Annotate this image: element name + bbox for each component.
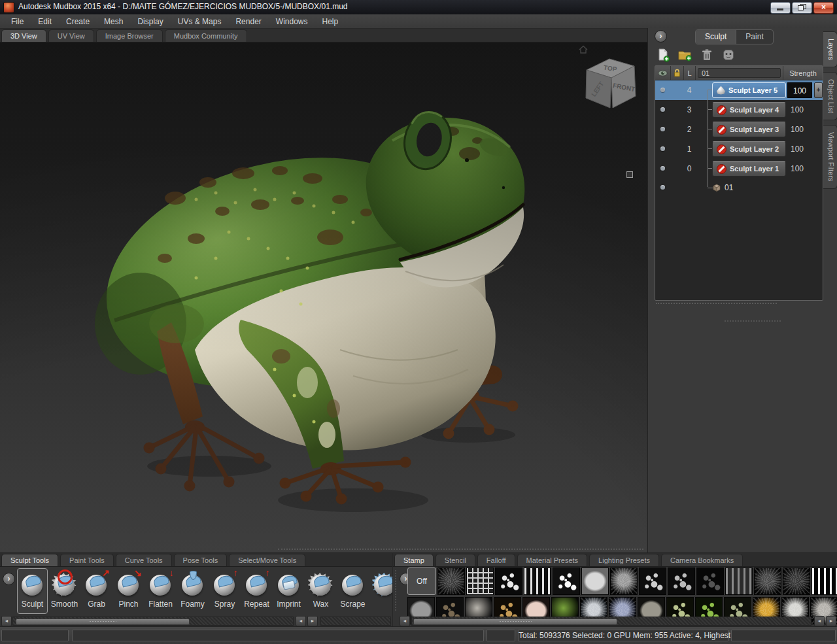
side-tab[interactable]: Viewport Filters bbox=[823, 125, 837, 189]
menu-item[interactable]: Display bbox=[130, 15, 170, 28]
layer-name-button[interactable]: Sculpt Layer 4 bbox=[712, 102, 786, 118]
scrollbar-thumb[interactable] bbox=[16, 619, 190, 625]
mask-button[interactable] bbox=[721, 48, 736, 62]
layer-visibility-dot[interactable] bbox=[660, 88, 665, 92]
menu-item[interactable]: Render bbox=[228, 15, 268, 28]
3d-viewport[interactable]: TOP LEFT FRONT bbox=[0, 42, 647, 552]
l-column-header[interactable]: L bbox=[684, 66, 696, 80]
tool-button[interactable]: ↑ Spray bbox=[209, 568, 240, 614]
tool-button[interactable] bbox=[369, 568, 392, 614]
layer-strength-value[interactable]: 100 bbox=[791, 159, 804, 178]
stamp-thumb[interactable] bbox=[639, 568, 666, 595]
side-tab[interactable]: Layers bbox=[823, 31, 837, 67]
scroll-left-arrow[interactable]: ◄ bbox=[1, 616, 12, 626]
group-name-header[interactable]: 01 bbox=[696, 66, 783, 80]
menu-item[interactable]: UVs & Maps bbox=[171, 15, 229, 28]
tool-button[interactable]: Wax bbox=[305, 568, 336, 614]
menu-item[interactable]: Mesh bbox=[97, 15, 130, 28]
stamp-thumb[interactable] bbox=[696, 568, 724, 595]
layer-name-button[interactable]: Sculpt Layer 3 bbox=[712, 122, 786, 137]
restore-button[interactable] bbox=[792, 2, 812, 14]
scrollbar-track[interactable] bbox=[12, 617, 294, 626]
delete-layer-button[interactable] bbox=[699, 48, 715, 62]
stamp-tray-tab[interactable]: Material Presets bbox=[517, 554, 587, 566]
stamp-thumb[interactable] bbox=[524, 568, 551, 595]
tray-divider-grip[interactable] bbox=[395, 570, 396, 611]
view-tab[interactable]: Mudbox Community bbox=[165, 29, 247, 42]
new-folder-button[interactable] bbox=[677, 48, 693, 62]
lock-column-header[interactable] bbox=[671, 66, 684, 80]
scrollbar-thumb[interactable] bbox=[413, 619, 617, 625]
stamp-tray-tab[interactable]: Stamp bbox=[394, 554, 434, 566]
layer-name-button[interactable]: Sculpt Layer 2 bbox=[712, 141, 786, 157]
tool-tray-tab[interactable]: Paint Tools bbox=[60, 554, 114, 566]
layer-visibility-dot[interactable] bbox=[660, 146, 665, 151]
tool-tray-scrollbar[interactable]: ◄ ◄ ► bbox=[0, 616, 392, 626]
stamp-thumb[interactable] bbox=[725, 568, 753, 595]
scroll-left-arrow-2[interactable]: ◄ bbox=[814, 616, 825, 626]
tool-button[interactable]: ↑ Repeat bbox=[241, 568, 272, 614]
mesh-row[interactable]: 01 bbox=[655, 178, 823, 197]
stamp-off-button[interactable]: Off bbox=[407, 568, 436, 595]
stamp-tray-tab[interactable]: Falloff bbox=[477, 554, 515, 566]
menu-item[interactable]: Windows bbox=[269, 15, 315, 28]
scroll-left-arrow-2[interactable]: ◄ bbox=[296, 616, 306, 626]
layer-strength-value[interactable]: 100 bbox=[787, 82, 812, 98]
stamp-thumb[interactable] bbox=[811, 568, 837, 595]
layer-row[interactable]: 2 Sculpt Layer 3 100 + bbox=[655, 120, 823, 139]
stamp-tray-scrollbar[interactable]: ◄ ◄ ► bbox=[393, 616, 837, 626]
tool-tray-expander[interactable]: › bbox=[3, 573, 15, 585]
tool-button[interactable]: ↘ Pinch bbox=[113, 568, 144, 614]
title-bar[interactable]: Autodesk Mudbox 2015 x64 - D:/MAITE GÓME… bbox=[0, 0, 837, 15]
menu-item[interactable]: Create bbox=[59, 15, 97, 28]
tool-button[interactable]: Foamy bbox=[177, 568, 208, 614]
tool-tray-tab[interactable]: Select/Move Tools bbox=[229, 554, 305, 566]
view-tab[interactable]: 3D View bbox=[1, 29, 46, 42]
stamp-thumb[interactable] bbox=[495, 568, 522, 595]
view-tab[interactable]: UV View bbox=[48, 29, 94, 42]
scroll-left-arrow[interactable]: ◄ bbox=[400, 616, 410, 626]
minimize-button[interactable] bbox=[770, 2, 791, 14]
panel-expander-button[interactable]: › bbox=[655, 30, 667, 42]
side-tab[interactable]: Object List bbox=[823, 72, 837, 120]
stamp-tray-tab[interactable]: Lighting Presets bbox=[589, 554, 659, 566]
layer-row[interactable]: 4 Sculpt Layer 5 100 + bbox=[655, 80, 823, 100]
layer-row[interactable]: 3 Sculpt Layer 4 100 + bbox=[655, 100, 823, 120]
tool-button[interactable]: Imprint bbox=[273, 568, 304, 614]
layer-strength-value[interactable]: 100 bbox=[791, 139, 804, 159]
tool-button[interactable]: Sculpt bbox=[17, 568, 48, 614]
stamp-thumb[interactable] bbox=[754, 568, 781, 595]
panel-resize-grip-2[interactable] bbox=[725, 320, 781, 322]
visibility-column-header[interactable] bbox=[655, 66, 671, 80]
mesh-visibility-dot[interactable] bbox=[660, 185, 665, 190]
new-layer-button[interactable] bbox=[656, 48, 672, 62]
viewport-handle-dot[interactable] bbox=[626, 171, 633, 178]
tool-tray-tab[interactable]: Curve Tools bbox=[116, 554, 172, 566]
tool-button[interactable]: ↓ Flatten bbox=[145, 568, 176, 614]
panel-resize-grip[interactable] bbox=[656, 303, 777, 304]
mode-tab[interactable]: Sculpt bbox=[696, 30, 736, 44]
layer-visibility-dot[interactable] bbox=[660, 127, 665, 131]
stamp-thumb[interactable] bbox=[437, 568, 465, 595]
tool-tray-tab[interactable]: Sculpt Tools bbox=[1, 554, 58, 566]
layer-strength-value[interactable]: 100 bbox=[791, 120, 804, 139]
tool-button[interactable]: ↗ Grab bbox=[81, 568, 112, 614]
tool-tray-tab[interactable]: Pose Tools bbox=[174, 554, 228, 566]
close-button[interactable]: × bbox=[813, 2, 834, 14]
stamp-thumb[interactable] bbox=[610, 568, 638, 595]
view-cube[interactable]: TOP LEFT FRONT bbox=[579, 50, 641, 110]
layer-visibility-dot[interactable] bbox=[660, 107, 665, 112]
layer-visibility-dot[interactable] bbox=[660, 166, 665, 171]
mode-tab[interactable]: Paint bbox=[736, 30, 772, 44]
tool-button[interactable]: Smooth bbox=[49, 568, 80, 614]
stamp-tray-tab[interactable]: Camera Bookmarks bbox=[661, 554, 743, 566]
strength-slider-handle[interactable]: + bbox=[814, 82, 823, 98]
layer-strength-value[interactable]: 100 bbox=[791, 100, 804, 120]
layer-name-button[interactable]: Sculpt Layer 5 bbox=[712, 82, 786, 98]
tool-button[interactable]: Scrape bbox=[337, 568, 368, 614]
menu-item[interactable]: File bbox=[4, 15, 31, 28]
scroll-right-arrow[interactable]: ► bbox=[826, 616, 836, 626]
scroll-right-arrow[interactable]: ► bbox=[307, 616, 318, 626]
stamp-thumb[interactable] bbox=[783, 568, 810, 595]
menu-item[interactable]: Help bbox=[315, 15, 346, 28]
